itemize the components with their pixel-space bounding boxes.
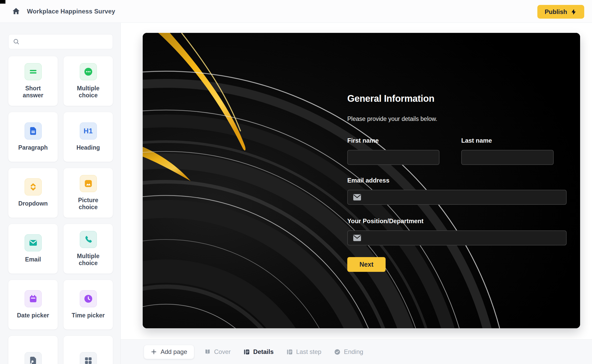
- add-page-button[interactable]: Add page: [144, 345, 194, 359]
- tab-label: Last step: [296, 348, 321, 355]
- tab-last-step[interactable]: Last step: [286, 348, 321, 355]
- form-page-details: General Information Please provide your …: [347, 33, 567, 328]
- field-card-multiple-choice[interactable]: Multiple choice: [63, 224, 113, 274]
- position-input[interactable]: [347, 230, 567, 245]
- email-input[interactable]: [347, 190, 567, 205]
- field-card-date-picker[interactable]: Date picker: [8, 280, 58, 330]
- tab-cover[interactable]: Cover: [204, 348, 231, 355]
- dropdown-icon: [25, 178, 42, 195]
- tab-label: Details: [253, 348, 274, 355]
- book-icon: [204, 348, 211, 355]
- form-subtitle: Please provide your details below.: [347, 115, 567, 122]
- field-card-label: Short answer: [16, 85, 50, 99]
- field-card-multiple-choice[interactable]: Multiple choice: [63, 56, 113, 106]
- field-card-label: Paragraph: [18, 144, 48, 151]
- page-navigation-bar: Add page CoverDetailsLast stepEnding: [121, 339, 592, 364]
- field-card-heading[interactable]: H1Heading: [63, 112, 113, 162]
- check-circle-icon: [334, 348, 341, 355]
- field-search[interactable]: [8, 34, 113, 49]
- topbar: Workplace Happiness Survey Publish: [0, 0, 592, 23]
- screen-corner-artifact: [0, 0, 5, 4]
- search-input[interactable]: [23, 34, 109, 49]
- next-button[interactable]: Next: [347, 257, 386, 272]
- field-card-grid[interactable]: [63, 336, 113, 364]
- publish-button[interactable]: Publish: [537, 5, 584, 19]
- lightning-bolt-icon: [570, 9, 577, 15]
- position-label: Your Position/Department: [347, 217, 567, 225]
- first-name-input[interactable]: [347, 150, 439, 165]
- field-card-label: Time picker: [72, 312, 105, 319]
- form-preview-panel: General Information Please provide your …: [143, 33, 580, 328]
- last-name-label: Last name: [461, 137, 554, 144]
- publish-label: Publish: [545, 8, 567, 16]
- page-tabs: CoverDetailsLast stepEnding: [204, 348, 363, 355]
- form-heading: General Information: [347, 93, 567, 104]
- field-card-dropdown[interactable]: Dropdown: [8, 168, 58, 218]
- field-card-label: Multiple choice: [71, 253, 105, 267]
- field-card-time-picker[interactable]: Time picker: [63, 280, 113, 330]
- page-title: Workplace Happiness Survey: [27, 8, 115, 15]
- field-card-label: Dropdown: [18, 200, 48, 207]
- email-icon: [25, 234, 42, 251]
- name-row: First name Last name: [347, 137, 567, 165]
- phone-icon: [80, 231, 97, 248]
- field-card-label: Email: [25, 256, 41, 263]
- picture-choice-icon: [80, 175, 97, 192]
- plus-icon: [151, 349, 157, 355]
- short-answer-icon: [25, 63, 42, 80]
- time-picker-icon: [80, 290, 97, 307]
- tab-label: Cover: [214, 348, 231, 355]
- last-name-field: Last name: [461, 137, 554, 165]
- multiple-choice-icon: [80, 63, 97, 80]
- file-search-icon: [25, 352, 42, 364]
- tab-ending[interactable]: Ending: [334, 348, 363, 355]
- field-card-grid: Short answerMultiple choiceParagraphH1He…: [8, 56, 113, 364]
- search-icon: [13, 38, 20, 45]
- date-picker-icon: [25, 290, 42, 307]
- field-card-file-search[interactable]: [8, 336, 58, 364]
- field-card-paragraph[interactable]: Paragraph: [8, 112, 58, 162]
- first-name-field: First name: [347, 137, 439, 165]
- first-name-label: First name: [347, 137, 439, 144]
- field-card-email[interactable]: Email: [8, 224, 58, 274]
- field-card-short-answer[interactable]: Short answer: [8, 56, 58, 106]
- heading-icon: H1: [80, 122, 97, 140]
- field-card-picture-choice[interactable]: Picture choice: [63, 168, 113, 218]
- grid-icon: [80, 352, 97, 364]
- field-library-sidebar: Short answerMultiple choiceParagraphH1He…: [0, 23, 121, 364]
- layout-list-icon: [286, 348, 293, 355]
- email-label: Email address: [347, 177, 567, 184]
- form-canvas: General Information Please provide your …: [121, 23, 592, 364]
- layout-list-icon: [243, 348, 250, 355]
- paragraph-icon: [25, 122, 42, 140]
- add-page-label: Add page: [161, 348, 187, 355]
- field-card-label: Date picker: [17, 312, 49, 319]
- tab-label: Ending: [344, 348, 363, 355]
- last-name-input[interactable]: [461, 150, 554, 165]
- field-card-label: Picture choice: [71, 197, 105, 211]
- tab-details[interactable]: Details: [243, 348, 274, 355]
- home-icon[interactable]: [12, 7, 20, 16]
- field-card-label: Multiple choice: [71, 85, 105, 99]
- form-builder-app: Workplace Happiness Survey Publish Short…: [0, 0, 592, 364]
- field-card-label: Heading: [76, 144, 100, 151]
